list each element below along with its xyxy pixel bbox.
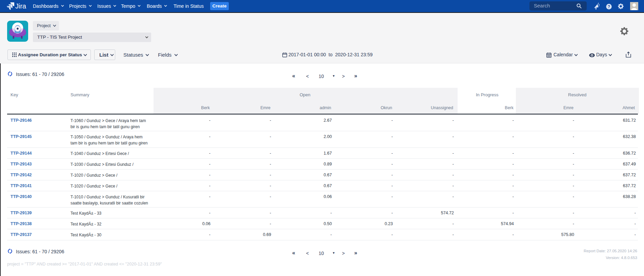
- svg-text:?: ?: [608, 4, 610, 9]
